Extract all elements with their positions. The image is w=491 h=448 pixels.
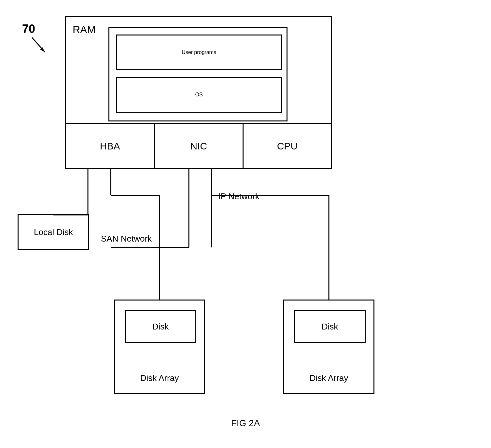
disk-array-1: Disk Disk Array (114, 300, 205, 394)
components-row: HBA NIC CPU (66, 123, 331, 168)
hba-box: HBA (66, 124, 155, 168)
nic-box: NIC (155, 124, 243, 168)
figure-label: FIG 2A (231, 418, 260, 428)
diagram-container: 70 RAM User programs OS HBA NIC (0, 0, 491, 448)
hba-label: HBA (100, 141, 120, 152)
local-disk-label: Local Disk (34, 227, 73, 237)
os-label: OS (195, 92, 203, 98)
diagram-number: 70 (22, 22, 35, 36)
ip-network-label: IP Network (218, 191, 260, 202)
nic-label: NIC (190, 141, 207, 152)
local-disk-box: Local Disk (18, 214, 89, 250)
diagram-number-arrow (29, 36, 48, 55)
computer-box: RAM User programs OS HBA NIC CPU (65, 16, 332, 169)
san-network-label: SAN Network (101, 234, 152, 244)
os-box: OS (116, 77, 282, 113)
cpu-box: CPU (244, 124, 331, 168)
cpu-label: CPU (277, 141, 298, 152)
disk-label-1: Disk (152, 322, 169, 332)
disk-inner-box-1: Disk (125, 310, 196, 343)
disk-array-label-1: Disk Array (115, 373, 204, 383)
disk-inner-box-2: Disk (294, 310, 366, 343)
ram-label: RAM (73, 24, 96, 36)
user-programs-box: User programs (116, 35, 282, 70)
disk-label-2: Disk (322, 322, 338, 332)
disk-array-label-2: Disk Array (284, 373, 373, 383)
ram-inner-box: User programs OS (108, 27, 288, 121)
disk-array-2: Disk Disk Array (283, 300, 374, 394)
user-programs-label: User programs (182, 49, 216, 55)
